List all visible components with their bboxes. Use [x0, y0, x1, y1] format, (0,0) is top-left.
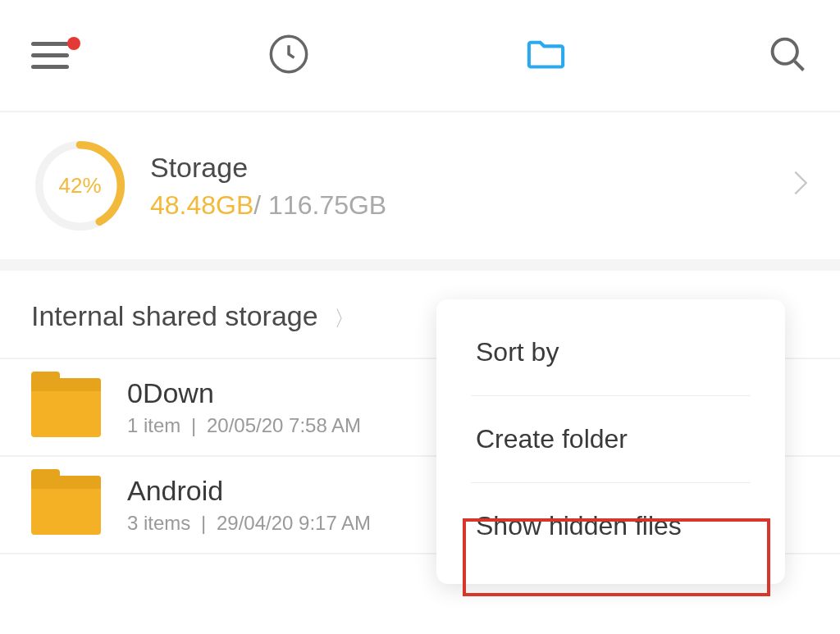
svg-point-1 — [773, 39, 797, 63]
chevron-right-icon — [792, 169, 809, 203]
hamburger-icon — [31, 42, 69, 69]
meta-separator: | — [191, 414, 196, 436]
storage-donut: 42% — [33, 139, 127, 233]
menu-sort-by[interactable]: Sort by — [471, 309, 751, 396]
file-items: 1 item — [127, 414, 180, 436]
storage-info: Storage 48.48GB/ 116.75GB — [150, 152, 792, 221]
breadcrumb-label: Internal shared storage — [31, 300, 318, 331]
folder-icon — [31, 378, 101, 437]
storage-percent: 42% — [33, 139, 127, 233]
menu-show-hidden-files[interactable]: Show hidden files — [471, 483, 751, 569]
meta-separator: | — [201, 512, 206, 534]
notification-dot-icon — [67, 37, 80, 50]
search-button[interactable] — [766, 33, 809, 79]
menu-button[interactable] — [31, 42, 69, 69]
recent-tab[interactable] — [267, 33, 310, 79]
context-menu: Sort by Create folder Show hidden files — [436, 299, 785, 584]
file-date: 29/04/20 9:17 AM — [217, 512, 371, 534]
storage-row[interactable]: 42% Storage 48.48GB/ 116.75GB — [0, 112, 840, 271]
folder-icon — [523, 31, 568, 76]
folder-icon — [31, 476, 101, 535]
file-date: 20/05/20 7:58 AM — [207, 414, 361, 436]
file-items: 3 items — [127, 512, 190, 534]
storage-used: 48.48GB — [150, 190, 253, 220]
menu-create-folder[interactable]: Create folder — [471, 396, 751, 483]
toolbar — [0, 0, 840, 112]
storage-title: Storage — [150, 152, 792, 184]
storage-sep: / — [253, 190, 268, 220]
files-tab[interactable] — [523, 31, 568, 80]
clock-icon — [267, 33, 310, 75]
toolbar-center — [267, 31, 568, 80]
storage-total: 116.75GB — [268, 190, 386, 220]
search-icon — [766, 33, 809, 75]
chevron-right-icon: 〉 — [334, 306, 355, 331]
